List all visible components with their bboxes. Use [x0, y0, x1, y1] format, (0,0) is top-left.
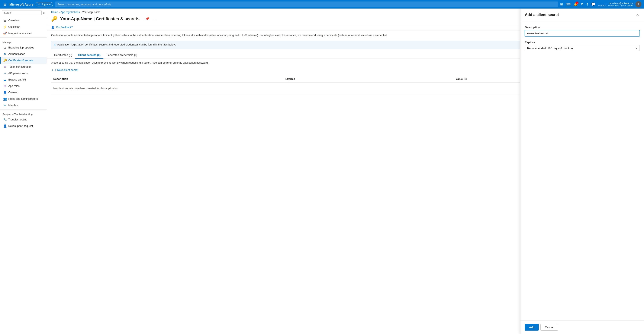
support-section-label: Support + Troubleshooting	[0, 110, 47, 116]
upgrade-label: Upgrade	[41, 3, 51, 6]
pin-button[interactable]: 📌	[144, 17, 150, 21]
panel-body: Description Expires Recommended: 180 day…	[520, 21, 644, 320]
breadcrumb-sep-1: ›	[59, 11, 60, 14]
breadcrumb-app-registrations[interactable]: App registrations	[60, 11, 80, 14]
sidebar-item-manifest[interactable]: ≡ Manifest	[0, 102, 47, 108]
expires-select[interactable]: Recommended: 180 days (6 months) 12 mont…	[525, 45, 640, 51]
sidebar-label-support: New support request	[8, 124, 33, 127]
integration-icon: 🚀	[3, 32, 6, 35]
notifications-icon[interactable]: 🔔 1	[574, 2, 578, 6]
upgrade-button[interactable]: ⊙ Upgrade	[36, 2, 53, 7]
sidebar-item-support[interactable]: 👤 New support request	[0, 123, 47, 129]
sidebar-search-input[interactable]	[2, 10, 42, 15]
support-icon: 👤	[3, 124, 6, 128]
sidebar-label-token: Token configuration	[8, 65, 31, 68]
authentication-icon: ↻	[3, 52, 6, 56]
owners-icon: 👤	[3, 91, 6, 94]
hamburger-menu[interactable]: ☰	[2, 2, 7, 7]
sidebar-item-token[interactable]: ≡ Token configuration	[0, 64, 47, 70]
new-secret-plus-icon: ＋	[51, 68, 54, 72]
description-label: Description	[525, 26, 640, 29]
overview-icon: ⊞	[3, 19, 6, 22]
feedback-icon: 👤	[51, 26, 54, 29]
tab-federated[interactable]: Federated credentials (0)	[104, 52, 140, 59]
expose-icon: ☁	[3, 78, 6, 81]
info-banner-text: Application registration certificates, s…	[57, 43, 176, 46]
panel-close-button[interactable]: ✕	[635, 12, 640, 18]
sidebar-label-troubleshooting: Troubleshooting	[8, 118, 27, 121]
troubleshooting-icon: 🔧	[3, 118, 6, 121]
panel-cancel-button[interactable]: Cancel	[540, 324, 558, 330]
col-description: Description	[51, 76, 283, 83]
tab-certificates[interactable]: Certificates (0)	[51, 52, 75, 59]
breadcrumb-app-name: Your-App-Name	[82, 11, 100, 14]
expires-label: Expires	[525, 41, 640, 44]
settings-icon[interactable]: ⚙	[581, 2, 584, 6]
sidebar-label-owners: Owners	[8, 91, 18, 94]
notification-badge: 1	[576, 2, 578, 5]
sidebar-label-branding: Branding & properties	[8, 46, 34, 49]
sidebar-label-roles: Roles and administrators	[8, 97, 38, 100]
token-icon: ≡	[3, 65, 6, 69]
breadcrumb-sep-2: ›	[80, 11, 82, 14]
sidebar-item-overview[interactable]: ⊞ Overview	[0, 17, 47, 24]
portal-menu-icon[interactable]: ⊞	[560, 2, 563, 6]
user-tenant: DEFAULT DIRECTORY (TESTIMAP...	[598, 5, 634, 7]
expires-field: Expires Recommended: 180 days (6 months)…	[525, 41, 640, 51]
sidebar-item-approles[interactable]: ⊞ App roles	[0, 83, 47, 89]
help-icon[interactable]: ?	[586, 3, 588, 6]
description-input[interactable]	[525, 30, 640, 36]
user-menu[interactable]: test-imap@outlook.com DEFAULT DIRECTORY …	[598, 1, 642, 7]
sidebar-item-branding[interactable]: ⊞ Branding & properties	[0, 44, 47, 51]
panel-add-button[interactable]: Add	[525, 324, 539, 330]
sidebar-item-roles[interactable]: 👥 Roles and administrators	[0, 96, 47, 102]
sidebar-item-certs[interactable]: 🔑 Certificates & secrets	[0, 57, 47, 64]
brand-logo: Microsoft Azure	[10, 3, 34, 6]
page-title: Your-App-Name | Certificates & secrets	[60, 17, 140, 21]
sidebar-item-authentication[interactable]: ↻ Authentication	[0, 51, 47, 57]
sidebar-nav: ⊞ Overview ⚡ Quickstart 🚀 Integration as…	[0, 17, 47, 334]
sidebar-label-integration: Integration assistant	[8, 32, 32, 35]
panel-header: Add a client secret ✕	[520, 9, 644, 21]
cloud-shell-icon[interactable]: ⌨	[566, 2, 571, 6]
col-expires: Expires	[283, 76, 454, 83]
tab-client-secrets[interactable]: Client secrets (0)	[75, 52, 104, 59]
new-client-secret-button[interactable]: ＋ + New client secret	[51, 67, 78, 73]
global-search-input[interactable]	[55, 2, 558, 7]
add-client-secret-panel: Add a client secret ✕ Description Expire…	[520, 9, 644, 334]
api-icon: ↔	[3, 72, 6, 75]
sidebar-label-expose: Expose an API	[8, 78, 26, 81]
sidebar-label-authentication: Authentication	[8, 53, 25, 56]
sidebar-item-quickstart[interactable]: ⚡ Quickstart	[0, 24, 47, 30]
sidebar-label-certs: Certificates & secrets	[8, 59, 34, 62]
sidebar-item-troubleshooting[interactable]: 🔧 Troubleshooting	[0, 116, 47, 123]
value-info-icon[interactable]: ⓘ	[464, 78, 467, 80]
more-options-button[interactable]: ⋯	[152, 17, 157, 21]
avatar[interactable]: T	[636, 1, 642, 7]
top-nav: ☰ Microsoft Azure ⊙ Upgrade ⊞ ⌨ 🔔 1 ⚙ ? …	[0, 0, 644, 9]
new-secret-label: + New client secret	[55, 68, 78, 72]
approles-icon: ⊞	[3, 84, 6, 88]
sidebar-divider-2	[0, 109, 47, 110]
sidebar: « ⊞ Overview ⚡ Quickstart 🚀 Integration …	[0, 9, 47, 334]
sidebar-item-integration[interactable]: 🚀 Integration assistant	[0, 30, 47, 37]
feedback-icon[interactable]: 💬	[591, 2, 596, 6]
breadcrumb-home[interactable]: Home	[51, 11, 58, 14]
sidebar-collapse-btn[interactable]: «	[43, 11, 44, 15]
sidebar-label-approles: App roles	[8, 85, 20, 88]
branding-icon: ⊞	[3, 46, 6, 49]
sidebar-divider-1	[0, 37, 47, 38]
description-field: Description	[525, 26, 640, 36]
roles-icon: 👥	[3, 97, 6, 101]
sidebar-item-api[interactable]: ↔ API permissions	[0, 70, 47, 76]
user-email: test-imap@outlook.com	[598, 2, 634, 5]
feedback-label: Got feedback?	[56, 26, 73, 29]
panel-footer: Add Cancel	[520, 320, 644, 334]
sidebar-item-expose[interactable]: ☁ Expose an API	[0, 76, 47, 83]
sidebar-label-overview: Overview	[8, 19, 20, 22]
info-icon: ℹ	[54, 43, 56, 47]
manage-section-label: Manage	[0, 39, 47, 44]
panel-title: Add a client secret	[525, 13, 559, 17]
sidebar-label-api: API permissions	[8, 72, 28, 75]
sidebar-item-owners[interactable]: 👤 Owners	[0, 89, 47, 96]
